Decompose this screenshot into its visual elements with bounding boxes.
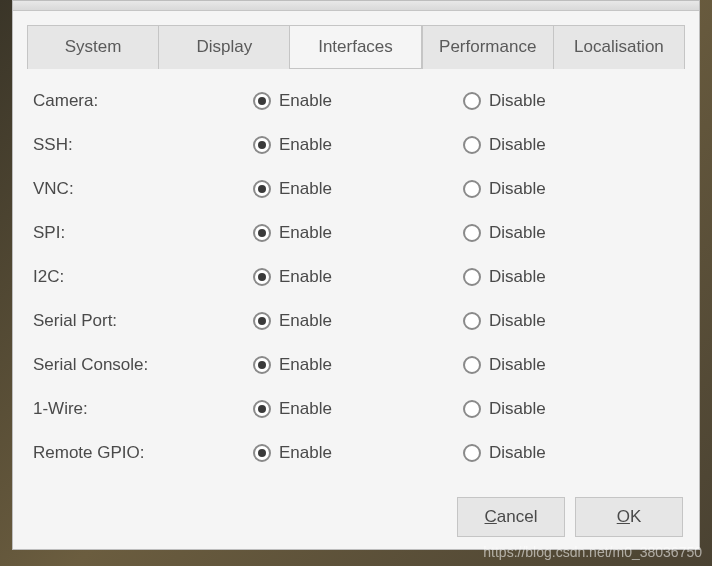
radio-label: Enable <box>279 135 332 155</box>
radio-group: EnableDisable <box>253 443 633 463</box>
radio-label: Enable <box>279 223 332 243</box>
radio-label: Disable <box>489 179 546 199</box>
tab-display[interactable]: Display <box>158 25 289 69</box>
radio-label: Disable <box>489 223 546 243</box>
radio-label: Disable <box>489 311 546 331</box>
tab-system[interactable]: System <box>27 25 158 69</box>
radio-label: Enable <box>279 267 332 287</box>
radio-label: Disable <box>489 135 546 155</box>
radio-group: EnableDisable <box>253 399 633 419</box>
radio-disable[interactable]: Disable <box>463 267 633 287</box>
radio-enable[interactable]: Enable <box>253 267 463 287</box>
interface-row: Camera:EnableDisable <box>33 79 679 123</box>
tab-label: Localisation <box>574 37 664 56</box>
radio-icon <box>253 92 271 110</box>
radio-disable[interactable]: Disable <box>463 91 633 111</box>
interface-row: I2C:EnableDisable <box>33 255 679 299</box>
radio-label: Disable <box>489 355 546 375</box>
radio-icon <box>463 180 481 198</box>
row-label: Remote GPIO: <box>33 443 253 463</box>
radio-icon <box>253 444 271 462</box>
radio-enable[interactable]: Enable <box>253 355 463 375</box>
radio-group: EnableDisable <box>253 91 633 111</box>
radio-label: Enable <box>279 311 332 331</box>
tab-performance[interactable]: Performance <box>422 25 553 69</box>
radio-icon <box>463 268 481 286</box>
radio-icon <box>463 444 481 462</box>
radio-enable[interactable]: Enable <box>253 223 463 243</box>
ok-button[interactable]: OK <box>575 497 683 537</box>
radio-disable[interactable]: Disable <box>463 355 633 375</box>
radio-icon <box>253 312 271 330</box>
radio-disable[interactable]: Disable <box>463 135 633 155</box>
button-bar: Cancel OK <box>27 497 685 537</box>
radio-label: Disable <box>489 443 546 463</box>
radio-icon <box>463 136 481 154</box>
radio-icon <box>463 224 481 242</box>
config-dialog: SystemDisplayInterfacesPerformanceLocali… <box>12 0 700 550</box>
titlebar <box>13 1 699 11</box>
row-label: Serial Port: <box>33 311 253 331</box>
interface-row: 1-Wire:EnableDisable <box>33 387 679 431</box>
radio-enable[interactable]: Enable <box>253 91 463 111</box>
tab-interfaces[interactable]: Interfaces <box>289 25 421 69</box>
tab-label: Display <box>196 37 252 56</box>
radio-icon <box>463 356 481 374</box>
radio-group: EnableDisable <box>253 267 633 287</box>
radio-label: Disable <box>489 91 546 111</box>
cancel-button[interactable]: Cancel <box>457 497 565 537</box>
radio-label: Enable <box>279 91 332 111</box>
radio-icon <box>463 400 481 418</box>
radio-icon <box>463 312 481 330</box>
radio-label: Enable <box>279 179 332 199</box>
tab-label: Interfaces <box>318 37 393 56</box>
interface-row: VNC:EnableDisable <box>33 167 679 211</box>
radio-icon <box>253 400 271 418</box>
radio-enable[interactable]: Enable <box>253 179 463 199</box>
interface-row: SSH:EnableDisable <box>33 123 679 167</box>
interfaces-panel: Camera:EnableDisableSSH:EnableDisableVNC… <box>27 69 685 481</box>
radio-label: Disable <box>489 399 546 419</box>
dialog-content: SystemDisplayInterfacesPerformanceLocali… <box>13 11 699 549</box>
radio-enable[interactable]: Enable <box>253 311 463 331</box>
watermark: https://blog.csdn.net/m0_38036750 <box>483 544 702 560</box>
radio-icon <box>253 180 271 198</box>
radio-icon <box>253 356 271 374</box>
tab-localisation[interactable]: Localisation <box>553 25 685 69</box>
radio-group: EnableDisable <box>253 223 633 243</box>
radio-disable[interactable]: Disable <box>463 311 633 331</box>
radio-icon <box>253 268 271 286</box>
tab-bar: SystemDisplayInterfacesPerformanceLocali… <box>27 25 685 69</box>
radio-disable[interactable]: Disable <box>463 179 633 199</box>
radio-icon <box>463 92 481 110</box>
row-label: SSH: <box>33 135 253 155</box>
radio-label: Enable <box>279 443 332 463</box>
radio-enable[interactable]: Enable <box>253 399 463 419</box>
interface-row: Serial Console:EnableDisable <box>33 343 679 387</box>
radio-icon <box>253 136 271 154</box>
radio-icon <box>253 224 271 242</box>
interface-row: Remote GPIO:EnableDisable <box>33 431 679 475</box>
radio-group: EnableDisable <box>253 311 633 331</box>
interface-row: Serial Port:EnableDisable <box>33 299 679 343</box>
tab-label: Performance <box>439 37 536 56</box>
radio-label: Disable <box>489 267 546 287</box>
radio-group: EnableDisable <box>253 179 633 199</box>
radio-disable[interactable]: Disable <box>463 399 633 419</box>
row-label: VNC: <box>33 179 253 199</box>
interface-row: SPI:EnableDisable <box>33 211 679 255</box>
row-label: 1-Wire: <box>33 399 253 419</box>
radio-group: EnableDisable <box>253 355 633 375</box>
radio-disable[interactable]: Disable <box>463 443 633 463</box>
radio-group: EnableDisable <box>253 135 633 155</box>
row-label: I2C: <box>33 267 253 287</box>
radio-label: Enable <box>279 355 332 375</box>
row-label: Serial Console: <box>33 355 253 375</box>
tab-label: System <box>65 37 122 56</box>
radio-label: Enable <box>279 399 332 419</box>
row-label: Camera: <box>33 91 253 111</box>
radio-disable[interactable]: Disable <box>463 223 633 243</box>
row-label: SPI: <box>33 223 253 243</box>
radio-enable[interactable]: Enable <box>253 135 463 155</box>
radio-enable[interactable]: Enable <box>253 443 463 463</box>
